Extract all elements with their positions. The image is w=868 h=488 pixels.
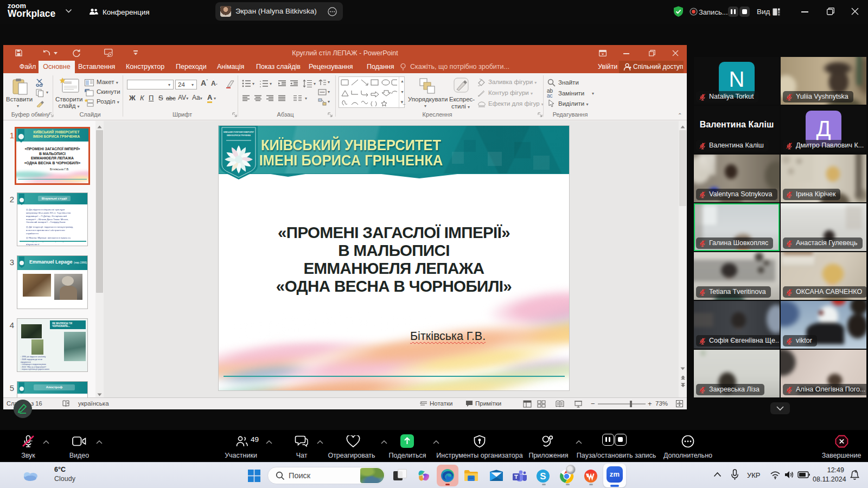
svg-text:S: S bbox=[540, 471, 546, 481]
svg-text:КИЇВСЬКИЙ СТОЛИЧНИЙ УНІВЕРСИТЕ: КИЇВСЬКИЙ СТОЛИЧНИЙ УНІВЕРСИТЕТ bbox=[224, 131, 254, 133]
svg-text:ІМЕНІ БОРИСА ГРІНЧЕНКА: ІМЕНІ БОРИСА ГРІНЧЕНКА bbox=[227, 134, 251, 137]
